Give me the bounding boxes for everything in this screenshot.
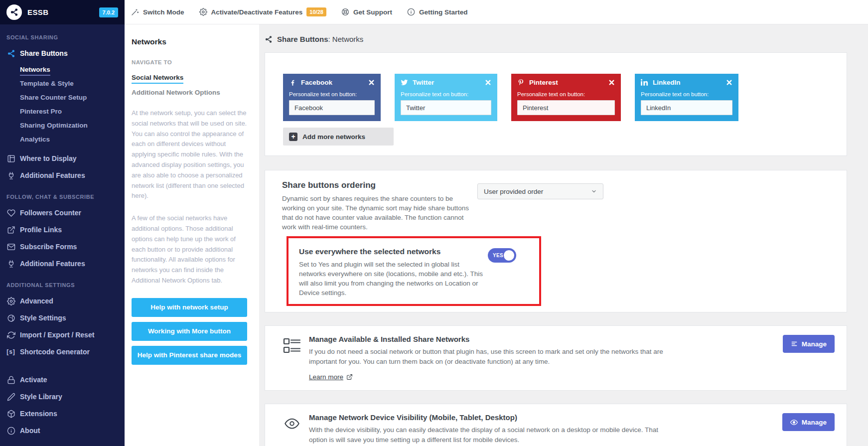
use-everywhere-highlight-box: Use everywhere the selected networks Set… <box>287 236 541 306</box>
list-icon <box>791 340 798 347</box>
help-pinterest-share-modes-button[interactable]: Help with Pinterest share modes <box>132 346 247 365</box>
remove-network-icon[interactable] <box>726 79 732 86</box>
package-icon <box>6 409 15 418</box>
sidebar-item-label: Extensions <box>20 410 57 418</box>
sidebar-item-style-settings[interactable]: Style Settings <box>0 309 125 326</box>
sidebar-item-additional-features-2[interactable]: Additional Features <box>0 255 125 272</box>
sidebar-item-additional-features[interactable]: Additional Features <box>0 167 125 184</box>
getting-started-button[interactable]: Getting Started <box>407 8 468 16</box>
help-network-setup-button[interactable]: Help with network setup <box>132 298 247 317</box>
working-with-more-button[interactable]: Working with More button <box>132 322 247 341</box>
gear-icon <box>6 297 15 305</box>
sidebar-item-import-export-reset[interactable]: Import / Export / Reset <box>0 326 125 343</box>
twitter-text-input[interactable] <box>401 100 491 115</box>
sidebar-subitem-share-counter-setup[interactable]: Share Counter Setup <box>20 90 125 104</box>
gear-icon <box>199 8 207 16</box>
twitter-icon <box>401 79 408 86</box>
manage-button-label: Manage <box>802 419 827 426</box>
manage-device-visibility-card: Manage Network Device Visibility (Mobile… <box>265 404 847 446</box>
ordering-selected-value: User provided order <box>484 188 543 195</box>
eye-icon <box>790 419 798 426</box>
sidebar-item-extensions[interactable]: Extensions <box>0 405 125 422</box>
manage-button-label: Manage <box>802 340 827 348</box>
network-name: Twitter <box>413 79 434 86</box>
lock-icon <box>6 375 15 384</box>
share-buttons-ordering-row: Share buttons ordering Dynamic sort by s… <box>282 180 847 232</box>
settings-panel: Share buttons ordering Dynamic sort by s… <box>265 170 847 312</box>
plug-icon <box>6 259 15 268</box>
sidebar-item-label: Additional Features <box>20 171 85 179</box>
linkedin-text-input[interactable] <box>641 100 732 115</box>
breadcrumb: Share Buttons: Networks <box>265 35 847 43</box>
manage-installed-networks-card: Manage Available & Installed Share Netwo… <box>265 325 847 391</box>
sidebar-item-label: Advanced <box>20 297 53 305</box>
essb-logo-icon <box>6 4 22 20</box>
activate-deactivate-features-button[interactable]: Activate/Deactivate Features 10/28 <box>199 7 326 16</box>
sidebar-item-label: Share Buttons <box>20 49 68 57</box>
pinterest-icon <box>517 79 525 86</box>
network-name: Pinterest <box>529 79 558 86</box>
pen-icon <box>6 392 15 401</box>
add-more-networks-label: Add more networks <box>302 133 365 141</box>
sidebar-subitem-pinterest-pro[interactable]: Pinterest Pro <box>20 104 125 118</box>
help-buttons: Help with network setup Working with Mor… <box>132 298 247 365</box>
heart-icon <box>6 208 15 217</box>
linkedin-card: LinkedIn Personalize text on button: <box>635 74 738 121</box>
layout-icon <box>6 154 15 163</box>
sidebar-item-about[interactable]: About <box>0 422 125 439</box>
share-nodes-icon <box>265 35 273 43</box>
envelope-icon <box>6 242 15 251</box>
topbar-item-label: Getting Started <box>419 8 468 16</box>
share-buttons-submenu: Networks Template & Style Share Counter … <box>0 62 125 146</box>
get-support-button[interactable]: Get Support <box>341 8 392 16</box>
remove-network-icon[interactable] <box>368 79 375 86</box>
info-icon <box>6 426 15 435</box>
sidebar-item-activate[interactable]: Activate <box>0 371 125 388</box>
ordering-select[interactable]: User provided order <box>477 183 603 199</box>
sidebar-item-advanced[interactable]: Advanced <box>0 293 125 309</box>
breadcrumb-suffix: : Networks <box>328 35 364 43</box>
share-out-icon <box>6 225 15 234</box>
network-name: LinkedIn <box>653 79 681 86</box>
manage-networks-button[interactable]: Manage <box>783 335 835 353</box>
sidebar-subitem-sharing-optimization[interactable]: Sharing Optimization <box>20 118 125 132</box>
learn-more-link[interactable]: Learn more <box>309 373 353 381</box>
topbar-item-label: Switch Mode <box>143 8 184 16</box>
version-badge: 7.0.2 <box>99 7 118 17</box>
link-social-networks[interactable]: Social Networks <box>132 74 247 81</box>
manage-networks-description: If you do not need a social network or b… <box>309 347 673 366</box>
sidebar-item-label: Style Settings <box>20 314 66 322</box>
manage-visibility-button[interactable]: Manage <box>782 413 835 431</box>
facebook-card: Facebook Personalize text on button: <box>283 74 381 121</box>
eye-icon <box>283 416 301 431</box>
list-icon <box>283 338 301 354</box>
switch-mode-button[interactable]: Switch Mode <box>131 8 184 16</box>
subnav-title: Networks <box>132 37 247 46</box>
sidebar-item-profile-links[interactable]: Profile Links <box>0 221 125 238</box>
facebook-text-input[interactable] <box>289 100 375 115</box>
subnav-paragraph-1: At the network setup, you can select the… <box>132 108 247 201</box>
link-additional-network-options[interactable]: Additional Network Options <box>132 89 247 96</box>
sync-arrows-icon <box>6 330 15 339</box>
sidebar-item-label: Style Library <box>20 393 62 401</box>
style-circle-icon <box>6 313 15 322</box>
sidebar-section-social-sharing: SOCIAL SHARING <box>0 24 125 45</box>
sidebar-subitem-template-style[interactable]: Template & Style <box>20 76 125 90</box>
sidebar-item-followers-counter[interactable]: Followers Counter <box>0 204 125 221</box>
sidebar-item-where-to-display[interactable]: Where to Display <box>0 150 125 167</box>
sidebar-item-share-buttons[interactable]: Share Buttons <box>0 45 125 62</box>
sidebar-item-shortcode-generator[interactable]: [s] Shortcode Generator <box>0 343 125 360</box>
personalize-label: Personalize text on button: <box>401 91 491 97</box>
use-everywhere-toggle[interactable]: YES <box>488 248 516 263</box>
device-visibility-title: Manage Network Device Visibility (Mobile… <box>309 413 673 422</box>
sidebar-item-style-library[interactable]: Style Library <box>0 388 125 405</box>
sidebar-section-follow-chat-subscribe: FOLLOW, CHAT & SUBSCRIBE <box>0 184 125 204</box>
sidebar-subitem-networks[interactable]: Networks <box>20 62 125 76</box>
sidebar-logo-bar: ESSB 7.0.2 <box>0 0 125 24</box>
remove-network-icon[interactable] <box>608 79 615 86</box>
remove-network-icon[interactable] <box>485 79 491 86</box>
sidebar-subitem-analytics[interactable]: Analytics <box>20 132 125 146</box>
sidebar-item-subscribe-forms[interactable]: Subscribe Forms <box>0 238 125 255</box>
add-more-networks-button[interactable]: + Add more networks <box>283 128 394 146</box>
pinterest-text-input[interactable] <box>517 100 615 115</box>
